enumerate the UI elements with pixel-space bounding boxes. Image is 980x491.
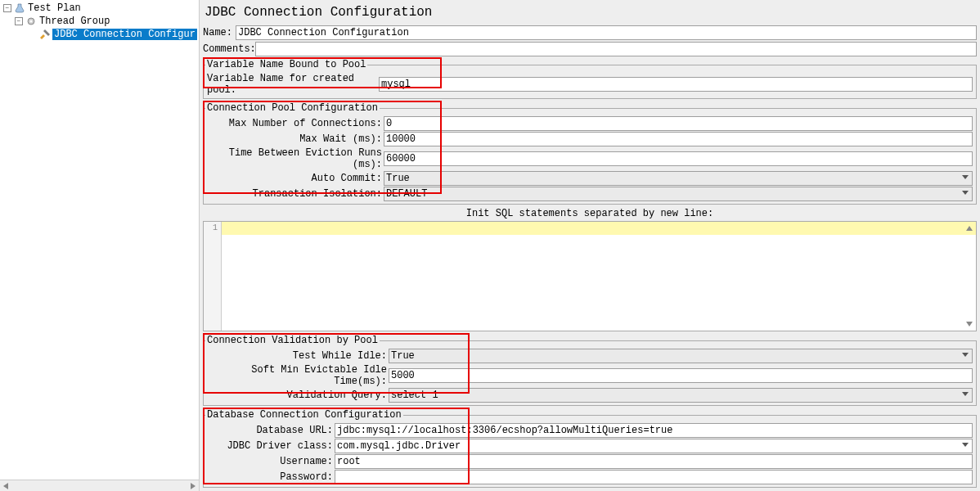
scroll-left-icon[interactable] — [3, 483, 8, 489]
tree-label: Thread Group — [39, 16, 110, 27]
var-name-label: Variable Name for created pool: — [207, 73, 379, 96]
conn-pool-legend: Connection Pool Configuration — [205, 102, 380, 114]
conn-pool-fieldset: Connection Pool Configuration Max Number… — [203, 102, 977, 205]
var-name-input[interactable] — [379, 77, 973, 92]
flask-icon — [13, 2, 26, 14]
tx-iso-select[interactable]: DEFAULT — [384, 187, 973, 201]
name-row: Name: — [203, 25, 977, 40]
tree-label-selected: JDBC Connection Configur — [52, 29, 197, 40]
gear-icon — [25, 16, 38, 27]
variable-pool-fieldset: Variable Name Bound to Pool Variable Nam… — [203, 59, 977, 99]
db-pass-input[interactable] — [335, 470, 973, 484]
name-label: Name: — [203, 27, 236, 38]
line-number: 1 — [204, 223, 218, 232]
comments-row: Comments: — [203, 42, 977, 56]
tool-icon — [38, 29, 51, 40]
test-idle-value: True — [391, 350, 415, 362]
db-driver-select[interactable]: com.mysql.jdbc.Driver — [335, 439, 973, 453]
tx-iso-value: DEFAULT — [386, 188, 427, 200]
eviction-input[interactable] — [384, 151, 973, 166]
tree-item-jdbc-config[interactable]: JDBC Connection Configur — [0, 28, 199, 41]
tree-label: Test Plan — [28, 2, 81, 14]
soft-min-label: Soft Min Evictable Idle Time(ms): — [207, 364, 389, 387]
val-query-select[interactable]: select 1 — [389, 388, 973, 403]
scroll-down-icon[interactable] — [964, 319, 974, 329]
init-sql-editor[interactable]: 1 — [203, 221, 977, 331]
comments-input[interactable] — [255, 42, 977, 56]
test-idle-label: Test While Idle: — [207, 350, 389, 362]
tree-panel: − Test Plan − Thread Group JDBC Connecti… — [0, 0, 200, 491]
max-conn-label: Max Number of Connections: — [207, 118, 384, 129]
validation-fieldset: Connection Validation by Pool Test While… — [203, 335, 977, 406]
collapse-icon[interactable]: − — [15, 17, 23, 25]
init-sql-label: Init SQL statements separated by new lin… — [201, 206, 978, 221]
auto-commit-value: True — [386, 173, 410, 184]
db-user-input[interactable] — [335, 454, 973, 469]
max-wait-input[interactable] — [384, 132, 973, 146]
chevron-down-icon — [962, 443, 969, 447]
db-driver-value: com.mysql.jdbc.Driver — [337, 440, 461, 452]
collapse-icon[interactable]: − — [3, 4, 11, 12]
page-title: JDBC Connection Configuration — [201, 2, 978, 25]
db-pass-label: Password: — [207, 471, 335, 483]
soft-min-input[interactable] — [389, 368, 973, 383]
db-url-input[interactable] — [335, 423, 973, 438]
variable-pool-legend: Variable Name Bound to Pool — [205, 59, 367, 70]
val-query-value: select 1 — [391, 390, 438, 401]
chevron-down-icon — [962, 353, 969, 357]
val-query-label: Validation Query: — [207, 390, 389, 401]
db-driver-label: JDBC Driver class: — [207, 440, 335, 452]
tree-item-test-plan[interactable]: − Test Plan — [0, 2, 199, 15]
name-input[interactable] — [236, 25, 977, 40]
max-wait-label: Max Wait (ms): — [207, 133, 384, 145]
tree-item-thread-group[interactable]: − Thread Group — [0, 15, 199, 28]
scroll-right-icon[interactable] — [191, 483, 196, 489]
main-panel: JDBC Connection Configuration Name: Comm… — [200, 0, 980, 491]
db-user-label: Username: — [207, 456, 335, 467]
scroll-up-icon[interactable] — [964, 223, 974, 233]
chevron-down-icon — [962, 191, 969, 195]
svg-point-1 — [30, 20, 33, 23]
eviction-label: Time Between Eviction Runs (ms): — [207, 147, 384, 170]
db-url-label: Database URL: — [207, 425, 335, 436]
db-fieldset: Database Connection Configuration Databa… — [203, 409, 977, 488]
auto-commit-select[interactable]: True — [384, 171, 973, 186]
tree-scrollbar[interactable] — [0, 480, 199, 491]
editor-textarea[interactable] — [222, 222, 976, 331]
chevron-down-icon — [962, 392, 969, 396]
db-legend: Database Connection Configuration — [205, 409, 403, 421]
max-conn-input[interactable] — [384, 116, 973, 131]
chevron-down-icon — [962, 175, 969, 179]
comments-label: Comments: — [203, 43, 255, 55]
validation-legend: Connection Validation by Pool — [205, 335, 380, 346]
test-idle-select[interactable]: True — [389, 349, 973, 363]
editor-gutter: 1 — [204, 222, 222, 331]
auto-commit-label: Auto Commit: — [207, 173, 384, 184]
tx-iso-label: Transaction Isolation: — [207, 188, 384, 200]
